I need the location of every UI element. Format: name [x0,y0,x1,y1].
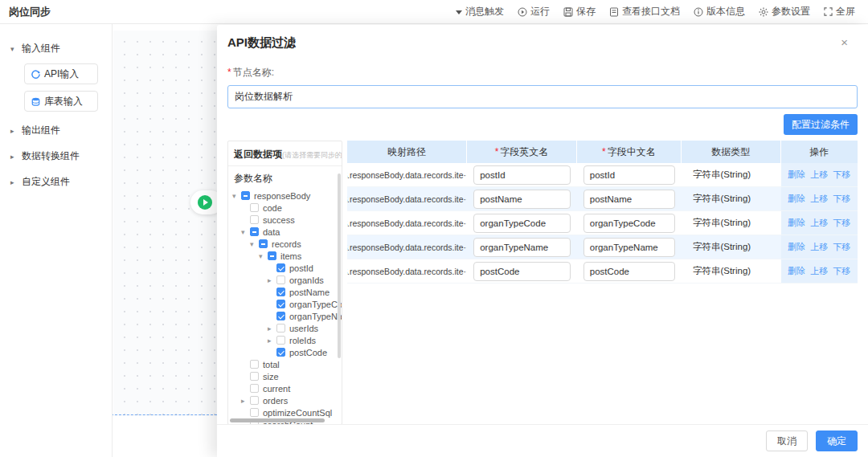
node-run-icon[interactable] [198,195,212,210]
move-up-link[interactable]: 上移 [810,217,828,229]
checkbox-unchecked[interactable] [250,408,259,417]
flow-canvas[interactable] [113,24,217,457]
field-en-input[interactable] [473,238,571,257]
tree-node[interactable]: optimizeCountSql [228,406,342,418]
checkbox-unchecked[interactable] [250,215,259,224]
move-down-link[interactable]: 下移 [833,217,850,229]
tree-column-title: 参数名称 [228,166,342,190]
tree-node[interactable]: code [228,202,342,214]
tree-node[interactable]: organIds [228,274,342,286]
run-button[interactable]: 运行 [518,5,550,18]
field-en-input[interactable] [473,165,571,185]
field-cn-input[interactable] [583,165,675,185]
param-settings-button[interactable]: 参数设置 [759,5,810,18]
caret-right-icon[interactable] [268,324,276,333]
configure-filter-button[interactable]: 配置过滤条件 [784,114,858,135]
caret-down-icon[interactable] [259,252,268,260]
checkbox-unchecked[interactable] [250,360,259,369]
checkbox-unchecked[interactable] [250,203,259,212]
message-trigger-button[interactable]: 消息触发 [456,5,504,18]
checkbox-unchecked[interactable] [250,372,259,381]
sidebar-group-output[interactable]: 输出组件 [0,119,112,142]
sidebar-group-input[interactable]: 输入组件 [0,37,112,60]
tree-node-label: records [272,239,301,249]
tree-node[interactable]: organTypeCode [228,298,342,310]
caret-down-icon[interactable] [232,192,241,200]
field-cn-input[interactable] [583,238,675,257]
fullscreen-button[interactable]: 全屏 [824,5,855,18]
tree-node[interactable]: postName [228,286,342,298]
tree-node[interactable]: postCode [228,346,342,358]
caret-down-icon[interactable] [241,228,250,236]
checkbox-checked[interactable] [276,263,285,272]
node-name-input[interactable] [227,85,858,108]
save-button[interactable]: 保存 [563,5,596,18]
checkbox-unchecked[interactable] [276,324,285,333]
version-info-button[interactable]: 版本信息 [694,5,745,18]
sidebar-group-transform[interactable]: 数据转换组件 [0,145,112,168]
component-sidebar: 输入组件 API输入 库表输入 输出组件 数据转换组件 自定义组件 [0,24,113,457]
column-header: *字段中文名 [577,141,682,163]
tree-node[interactable]: orders [228,394,342,406]
caret-right-icon[interactable] [268,276,276,284]
move-up-link[interactable]: 上移 [810,241,828,253]
sidebar-item-table-input[interactable]: 库表输入 [24,91,98,112]
tree-node[interactable]: roleIds [228,334,342,346]
field-en-input[interactable] [473,214,571,233]
tree-node[interactable]: data [228,226,342,238]
delete-link[interactable]: 删除 [788,193,805,205]
move-up-link[interactable]: 上移 [810,193,828,205]
tree-node[interactable]: size [228,370,342,382]
delete-link[interactable]: 删除 [788,169,805,181]
tree-node[interactable]: records [228,238,342,250]
horizontal-scrollbar[interactable] [230,418,325,422]
checkbox-unchecked[interactable] [250,384,259,393]
checkbox-unchecked[interactable] [276,336,285,345]
move-up-link[interactable]: 上移 [810,265,828,277]
view-api-docs-button[interactable]: 查看接口文档 [609,5,680,18]
field-cn-input[interactable] [583,262,675,281]
sidebar-group-custom[interactable]: 自定义组件 [0,170,112,194]
field-cn-input[interactable] [583,190,675,209]
caret-right-icon [10,127,17,135]
data-type-cell: 字符串(String) [682,163,781,187]
delete-link[interactable]: 删除 [788,217,805,229]
move-down-link[interactable]: 下移 [833,241,850,253]
move-down-link[interactable]: 下移 [833,265,850,277]
delete-link[interactable]: 删除 [788,241,805,253]
field-en-input[interactable] [473,262,571,281]
move-down-link[interactable]: 下移 [833,193,850,205]
move-up-link[interactable]: 上移 [810,169,828,181]
field-cn-input[interactable] [583,214,675,233]
tree-node[interactable]: organTypeName [228,310,342,322]
field-en-input[interactable] [473,190,571,209]
checkbox-unchecked[interactable] [276,275,285,284]
checkbox-indeterminate[interactable] [250,227,259,236]
checkbox-indeterminate[interactable] [241,191,250,200]
close-icon[interactable]: × [841,36,848,48]
tree-node[interactable]: items [228,250,342,262]
caret-down-icon[interactable] [250,240,259,248]
checkbox-unchecked[interactable] [250,396,259,405]
confirm-button[interactable]: 确定 [816,430,858,451]
tree-node[interactable]: total [228,358,342,370]
checkbox-indeterminate[interactable] [268,251,276,260]
checkbox-checked[interactable] [276,288,285,296]
vertical-scrollbar[interactable] [338,173,341,358]
caret-right-icon[interactable] [241,397,250,405]
cancel-button[interactable]: 取消 [766,430,808,451]
tree-node[interactable]: responseBody [228,190,342,202]
tree-node[interactable]: postId [228,262,342,274]
delete-link[interactable]: 删除 [788,265,805,277]
sidebar-item-api-input[interactable]: API输入 [24,63,98,84]
checkbox-checked[interactable] [276,312,285,320]
tree-node[interactable]: current [228,382,342,394]
tree-node[interactable]: success [228,214,342,226]
move-down-link[interactable]: 下移 [833,169,850,181]
checkbox-checked[interactable] [276,300,285,308]
checkbox-indeterminate[interactable] [259,239,268,248]
tree-node[interactable]: userIds [228,322,342,334]
checkbox-checked[interactable] [276,348,285,357]
caret-right-icon[interactable] [268,337,276,345]
tree-header-title: 返回数据项 [234,149,282,160]
